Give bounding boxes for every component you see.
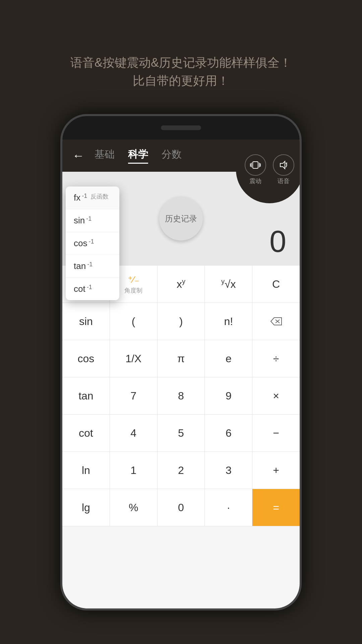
- key-lg[interactable]: lg: [62, 489, 110, 526]
- key-factorial[interactable]: n!: [205, 303, 252, 340]
- key-cot[interactable]: cot: [62, 415, 110, 451]
- key-row-4: tan 7 8 9 ×: [62, 377, 300, 415]
- audio-button[interactable]: 语音: [273, 154, 294, 185]
- key-9[interactable]: 9: [205, 377, 252, 414]
- key-subtract[interactable]: −: [252, 415, 300, 451]
- popup-item-cos-inverse[interactable]: cos-1: [66, 232, 119, 255]
- phone-wrapper: ← 基础 科学 分数: [60, 114, 302, 610]
- key-row-2: sin ( ) n!: [62, 303, 300, 340]
- key-power[interactable]: xy: [158, 266, 205, 303]
- phone-speaker: [161, 125, 201, 130]
- key-ln[interactable]: ln: [62, 452, 110, 489]
- key-sin[interactable]: sin: [62, 303, 110, 340]
- key-0[interactable]: 0: [158, 489, 205, 526]
- key-percent[interactable]: %: [110, 489, 158, 526]
- key-3[interactable]: 3: [205, 452, 252, 489]
- key-equals[interactable]: =: [252, 489, 300, 526]
- back-button[interactable]: ←: [72, 149, 84, 163]
- key-close-paren[interactable]: ): [158, 303, 205, 340]
- key-cos[interactable]: cos: [62, 340, 110, 377]
- side-button: [300, 217, 302, 244]
- vibrate-label: 震动: [249, 177, 261, 185]
- key-dot[interactable]: ·: [205, 489, 252, 526]
- phone-frame: ← 基础 科学 分数: [60, 114, 302, 610]
- key-row-7: lg % 0 · =: [62, 489, 300, 526]
- key-multiply[interactable]: ×: [252, 377, 300, 414]
- svg-marker-5: [280, 161, 285, 169]
- key-reciprocal[interactable]: 1/X: [110, 340, 158, 377]
- key-2[interactable]: 2: [158, 452, 205, 489]
- keyboard: fx 函数 ⁺∕₋ 角度制 xy y√x C: [62, 266, 300, 526]
- vibrate-button[interactable]: 震动: [245, 154, 266, 185]
- promo-line2: 比自带的更好用！: [27, 72, 335, 90]
- key-5[interactable]: 5: [158, 415, 205, 451]
- key-open-paren[interactable]: (: [110, 303, 158, 340]
- display-value: 0: [269, 224, 286, 259]
- popup-item-fx-inverse[interactable]: fx-1 反函数: [66, 186, 119, 209]
- tab-science[interactable]: 科学: [128, 148, 148, 164]
- key-backspace[interactable]: [252, 303, 300, 340]
- top-bar: ← 基础 科学 分数: [62, 140, 300, 172]
- key-root[interactable]: y√x: [205, 266, 252, 303]
- promo-text: 语音&按键震动&历史记录功能样样俱全！ 比自带的更好用！: [0, 0, 362, 110]
- popup-menu: fx-1 反函数 sin-1 cos-1 tan-1 cot-1: [66, 186, 119, 300]
- key-4[interactable]: 4: [110, 415, 158, 451]
- key-row-6: ln 1 2 3 +: [62, 452, 300, 489]
- key-7[interactable]: 7: [110, 377, 158, 414]
- svg-rect-0: [253, 162, 258, 168]
- key-row-5: cot 4 5 6 −: [62, 415, 300, 452]
- vibrate-icon: [245, 154, 266, 176]
- key-pi[interactable]: π: [158, 340, 205, 377]
- key-row-3: cos 1/X π e ÷: [62, 340, 300, 377]
- audio-icon: [273, 154, 294, 176]
- tab-fraction[interactable]: 分数: [162, 148, 182, 164]
- history-button[interactable]: 历史记录: [159, 197, 203, 240]
- key-divide[interactable]: ÷: [252, 340, 300, 377]
- popup-item-tan-inverse[interactable]: tan-1: [66, 255, 119, 278]
- key-tan[interactable]: tan: [62, 377, 110, 414]
- key-6[interactable]: 6: [205, 415, 252, 451]
- key-e[interactable]: e: [205, 340, 252, 377]
- phone-screen: ← 基础 科学 分数: [62, 140, 300, 608]
- backspace-icon: [269, 316, 283, 326]
- key-8[interactable]: 8: [158, 377, 205, 414]
- tab-basic[interactable]: 基础: [95, 148, 115, 164]
- promo-line1: 语音&按键震动&历史记录功能样样俱全！: [27, 54, 335, 72]
- key-add[interactable]: +: [252, 452, 300, 489]
- key-1[interactable]: 1: [110, 452, 158, 489]
- key-clear[interactable]: C: [252, 266, 300, 303]
- popup-item-cot-inverse[interactable]: cot-1: [66, 278, 119, 300]
- audio-label: 语音: [278, 177, 290, 185]
- popup-item-sin-inverse[interactable]: sin-1: [66, 209, 119, 232]
